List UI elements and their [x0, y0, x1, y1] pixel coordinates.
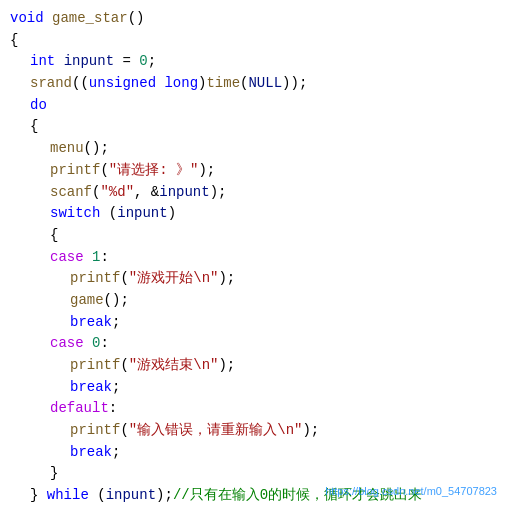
token-plain: ( [100, 203, 117, 225]
token-plain [84, 247, 92, 269]
token-plain: ; [112, 442, 120, 464]
token-fn-call: printf [70, 268, 120, 290]
token-type: unsigned long [89, 73, 198, 95]
token-type: int [30, 51, 55, 73]
code-line: printf("输入错误，请重新输入\n"); [0, 420, 507, 442]
code-line: break; [0, 442, 507, 464]
token-kw: switch [50, 203, 100, 225]
code-line: srand((unsigned long)time(NULL)); [0, 73, 507, 95]
code-lines: void game_star(){int inpunt = 0;srand((u… [0, 8, 507, 505]
token-plain: { [30, 116, 38, 138]
token-kw: break [70, 442, 112, 464]
token-case-kw: default [50, 398, 109, 420]
token-plain: ); [302, 420, 319, 442]
token-plain: ) [168, 203, 176, 225]
token-case-kw: case [50, 333, 84, 355]
token-plain: : [109, 398, 117, 420]
token-fn-call: scanf [50, 182, 92, 204]
code-line: printf("请选择: 》"); [0, 160, 507, 182]
token-plain: { [10, 30, 18, 52]
code-line: default: [0, 398, 507, 420]
token-type: void [10, 8, 44, 30]
token-plain: = [114, 51, 139, 73]
token-plain: : [100, 333, 108, 355]
code-line: case 1: [0, 247, 507, 269]
token-str-zh: "游戏开始\n" [129, 268, 219, 290]
token-str-zh: "游戏结束\n" [129, 355, 219, 377]
token-fn-call: printf [50, 160, 100, 182]
token-plain: ); [218, 268, 235, 290]
token-plain [44, 8, 52, 30]
token-var: inpunt [117, 203, 167, 225]
token-str: "%d" [100, 182, 134, 204]
code-line: } [0, 463, 507, 485]
token-plain: ( [89, 485, 106, 505]
token-var: inpunt [159, 182, 209, 204]
code-line: { [0, 30, 507, 52]
token-plain: ; [148, 51, 156, 73]
token-case-kw: case [50, 247, 84, 269]
token-fn-call: time [206, 73, 240, 95]
watermark: https://blog.csdn.net/m0_54707823 [325, 485, 497, 497]
token-plain [84, 333, 92, 355]
token-num: 0 [92, 333, 100, 355]
token-num: 1 [92, 247, 100, 269]
token-kw: while [47, 485, 89, 505]
token-var: inpunt [106, 485, 156, 505]
code-line: printf("游戏开始\n"); [0, 268, 507, 290]
code-line: break; [0, 377, 507, 399]
code-line: switch (inpunt) [0, 203, 507, 225]
token-plain: ( [100, 160, 108, 182]
token-fn-call: printf [70, 420, 120, 442]
token-plain: ); [198, 160, 215, 182]
token-fn-call: printf [70, 355, 120, 377]
token-plain: ; [112, 377, 120, 399]
token-plain: ; [112, 312, 120, 334]
token-plain: , & [134, 182, 159, 204]
token-plain: ( [120, 420, 128, 442]
code-line: case 0: [0, 333, 507, 355]
token-plain: (); [104, 290, 129, 312]
token-kw: break [70, 377, 112, 399]
code-line: scanf("%d", &inpunt); [0, 182, 507, 204]
token-fn-call: game [70, 290, 104, 312]
token-plain: } [50, 463, 58, 485]
token-plain: } [30, 485, 47, 505]
token-plain: ); [218, 355, 235, 377]
token-plain: (( [72, 73, 89, 95]
token-plain: ); [210, 182, 227, 204]
token-fn-call: game_star [52, 8, 128, 30]
token-kw: break [70, 312, 112, 334]
token-plain [55, 51, 63, 73]
token-macro: NULL [248, 73, 282, 95]
token-plain: () [128, 8, 145, 30]
token-plain: ( [240, 73, 248, 95]
token-str-zh: "请选择: 》" [109, 160, 199, 182]
token-plain: ); [156, 485, 173, 505]
code-line: { [0, 116, 507, 138]
token-fn-call: menu [50, 138, 84, 160]
token-var: inpunt [64, 51, 114, 73]
token-plain: ) [198, 73, 206, 95]
token-plain: ( [92, 182, 100, 204]
token-plain: ( [120, 268, 128, 290]
code-line: int inpunt = 0; [0, 51, 507, 73]
token-plain: ( [120, 355, 128, 377]
code-line: { [0, 225, 507, 247]
token-plain: : [100, 247, 108, 269]
code-line: do [0, 95, 507, 117]
token-kw: do [30, 95, 47, 117]
code-line: game(); [0, 290, 507, 312]
code-line: void game_star() [0, 8, 507, 30]
code-container: void game_star(){int inpunt = 0;srand((u… [0, 0, 507, 505]
token-plain: { [50, 225, 58, 247]
code-line: printf("游戏结束\n"); [0, 355, 507, 377]
token-str-zh: "输入错误，请重新输入\n" [129, 420, 303, 442]
token-plain: )); [282, 73, 307, 95]
token-fn-call: srand [30, 73, 72, 95]
token-num: 0 [139, 51, 147, 73]
code-line: menu(); [0, 138, 507, 160]
code-line: break; [0, 312, 507, 334]
token-plain: (); [84, 138, 109, 160]
